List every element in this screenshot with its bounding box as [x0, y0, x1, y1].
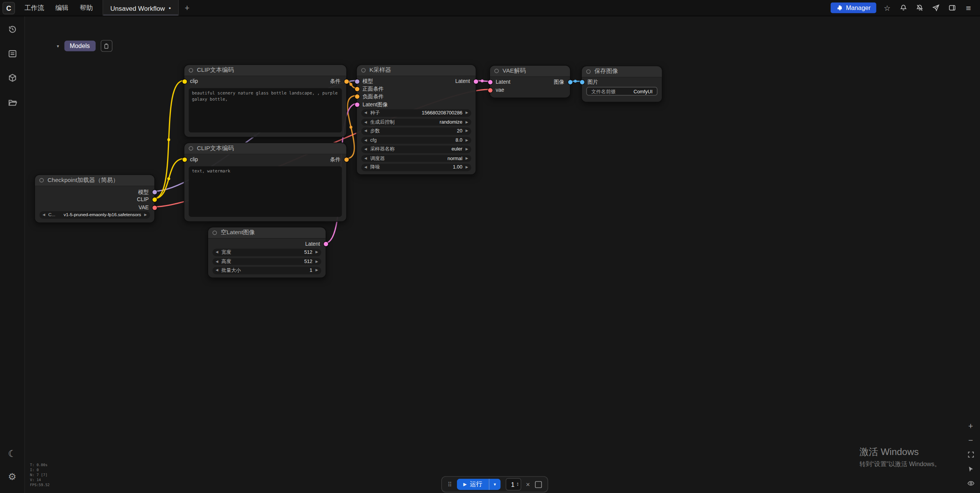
- next-arrow-icon[interactable]: ▶: [316, 260, 318, 263]
- seed-widget[interactable]: ◀ 种子 156680208700286 ▶: [361, 109, 471, 117]
- menu-edit[interactable]: 编辑: [50, 0, 74, 16]
- port-latent-input[interactable]: [488, 80, 492, 84]
- theme-toggle-button[interactable]: ☾: [5, 446, 20, 461]
- mute-notifications-button[interactable]: [914, 3, 925, 13]
- stop-button[interactable]: [535, 481, 542, 488]
- node-clip-text-encode-positive[interactable]: CLIP文本编码 clip 条件 beautiful scenery natur…: [184, 65, 347, 137]
- prev-arrow-icon[interactable]: ◀: [364, 147, 367, 151]
- prev-arrow-icon[interactable]: ◀: [364, 165, 367, 169]
- port-model-output[interactable]: [152, 190, 156, 194]
- port-negative-input[interactable]: [355, 94, 359, 98]
- port-image-input[interactable]: [580, 80, 584, 84]
- copy-button[interactable]: [101, 40, 113, 52]
- main-menu-button[interactable]: ≡: [963, 3, 974, 13]
- port-clip-input[interactable]: [182, 79, 186, 83]
- node-header[interactable]: K采样器: [357, 65, 475, 76]
- port-latent-output[interactable]: [473, 79, 478, 83]
- new-workflow-button[interactable]: +: [179, 3, 195, 12]
- select-mode-button[interactable]: [966, 464, 976, 473]
- prev-arrow-icon[interactable]: ◀: [364, 120, 367, 124]
- favorites-button[interactable]: ☆: [882, 3, 892, 13]
- next-arrow-icon[interactable]: ▶: [144, 213, 147, 217]
- sampler-name-widget[interactable]: ◀ 采样器名称 euler ▶: [361, 146, 471, 153]
- port-clip-output[interactable]: [152, 197, 156, 201]
- cfg-widget[interactable]: ◀ cfg 8.0 ▶: [361, 137, 471, 144]
- collapse-toggle[interactable]: [189, 68, 193, 72]
- node-header[interactable]: CLIP文本编码: [184, 65, 346, 76]
- node-header[interactable]: 空Latent图像: [208, 227, 326, 238]
- run-button[interactable]: ▶ 运行: [457, 479, 488, 490]
- node-checkpoint-loader[interactable]: Checkpoint加载器（简易） 模型 CLIP VAE ◀ C... v1-…: [35, 174, 155, 223]
- control-after-generate-widget[interactable]: ◀ 生成后控制 randomize ▶: [361, 118, 471, 126]
- node-header[interactable]: VAE解码: [490, 66, 570, 77]
- scheduler-widget[interactable]: ◀ 调度器 normal ▶: [361, 155, 471, 162]
- drag-handle[interactable]: ⠿: [447, 481, 452, 488]
- prev-arrow-icon[interactable]: ◀: [364, 111, 367, 115]
- steps-widget[interactable]: ◀ 步数 20 ▶: [361, 127, 471, 135]
- collapse-toggle[interactable]: [361, 68, 366, 72]
- prompt-textarea[interactable]: text, watermark: [189, 166, 342, 217]
- collapse-toggle[interactable]: [494, 69, 498, 73]
- next-arrow-icon[interactable]: ▶: [465, 147, 468, 151]
- port-positive-input[interactable]: [355, 86, 359, 91]
- node-header[interactable]: 保存图像: [582, 66, 662, 78]
- collapse-toggle[interactable]: [212, 231, 217, 235]
- port-latent-output[interactable]: [323, 242, 328, 246]
- share-button[interactable]: [930, 3, 941, 13]
- queue-button[interactable]: [5, 46, 20, 61]
- port-conditioning-output[interactable]: [344, 79, 348, 83]
- port-image-output[interactable]: [568, 80, 572, 84]
- node-header[interactable]: Checkpoint加载器（简易）: [35, 175, 154, 186]
- batch-size-widget[interactable]: ◀ 批量大小 1 ▶: [212, 267, 321, 274]
- width-widget[interactable]: ◀ 宽度 512 ▶: [212, 249, 321, 256]
- next-arrow-icon[interactable]: ▶: [316, 269, 318, 272]
- prompt-textarea[interactable]: beautiful scenery nature glass bottle la…: [189, 88, 342, 132]
- workflows-history-button[interactable]: [5, 22, 20, 37]
- collapse-toggle[interactable]: [40, 178, 44, 182]
- node-empty-latent-image[interactable]: 空Latent图像 Latent ◀ 宽度 512 ▶ ◀ 高度 512 ▶ ◀…: [207, 227, 326, 278]
- node-clip-text-encode-negative[interactable]: CLIP文本编码 clip 条件 text, watermark: [184, 142, 347, 222]
- filename-prefix-input[interactable]: 文件名前缀 ComfyUI: [586, 87, 658, 96]
- models-chip[interactable]: Models: [64, 41, 96, 51]
- node-header[interactable]: CLIP文本编码: [184, 143, 346, 154]
- menu-help[interactable]: 帮助: [74, 0, 98, 16]
- port-model-input[interactable]: [355, 79, 359, 83]
- step-down-icon[interactable]: ▾: [517, 484, 518, 487]
- height-widget[interactable]: ◀ 高度 512 ▶: [212, 258, 321, 265]
- next-arrow-icon[interactable]: ▶: [465, 165, 468, 169]
- batch-count-stepper[interactable]: 1 ▴ ▾: [505, 478, 521, 491]
- node-library-button[interactable]: [5, 71, 20, 86]
- next-arrow-icon[interactable]: ▶: [465, 111, 468, 115]
- next-arrow-icon[interactable]: ▶: [465, 157, 468, 160]
- workflow-browser-button[interactable]: ▾: [47, 42, 59, 50]
- port-clip-input[interactable]: [182, 157, 186, 161]
- zoom-in-button[interactable]: +: [966, 421, 976, 430]
- workflow-tab[interactable]: Unsaved Workflow ●: [102, 0, 179, 16]
- manager-button[interactable]: Manager: [830, 3, 876, 13]
- toggle-panel-button[interactable]: [947, 3, 958, 13]
- collapse-toggle[interactable]: [189, 146, 193, 151]
- notifications-button[interactable]: [898, 3, 909, 13]
- port-latent-input[interactable]: [355, 102, 359, 106]
- prev-arrow-icon[interactable]: ◀: [216, 260, 219, 263]
- clear-queue-button[interactable]: ×: [526, 481, 530, 488]
- denoise-widget[interactable]: ◀ 降噪 1.00 ▶: [361, 164, 471, 171]
- next-arrow-icon[interactable]: ▶: [465, 120, 468, 124]
- ckpt-name-widget[interactable]: ◀ C... v1-5-pruned-emaonly-fp16.safetens…: [40, 211, 150, 218]
- collapse-toggle[interactable]: [586, 69, 591, 74]
- node-vae-decode[interactable]: VAE解码 Latent vae 图像: [489, 65, 571, 98]
- menu-workflow[interactable]: 工作流: [19, 0, 50, 16]
- port-conditioning-output[interactable]: [344, 157, 348, 161]
- port-vae-output[interactable]: [152, 205, 156, 210]
- next-arrow-icon[interactable]: ▶: [316, 251, 318, 254]
- toggle-visibility-button[interactable]: [966, 479, 976, 488]
- run-options-button[interactable]: ▼: [488, 479, 500, 490]
- node-save-image[interactable]: 保存图像 图片 文件名前缀 ComfyUI: [581, 66, 663, 103]
- model-library-button[interactable]: [5, 95, 20, 110]
- zoom-out-button[interactable]: −: [966, 435, 976, 445]
- settings-button[interactable]: ⚙: [5, 469, 20, 484]
- node-ksampler[interactable]: K采样器 模型 正面条件 负面条件 Latent图像 Latent ◀ 种子 1…: [356, 65, 476, 175]
- prev-arrow-icon[interactable]: ◀: [43, 213, 45, 217]
- fit-view-button[interactable]: [966, 450, 976, 459]
- prev-arrow-icon[interactable]: ◀: [216, 269, 219, 272]
